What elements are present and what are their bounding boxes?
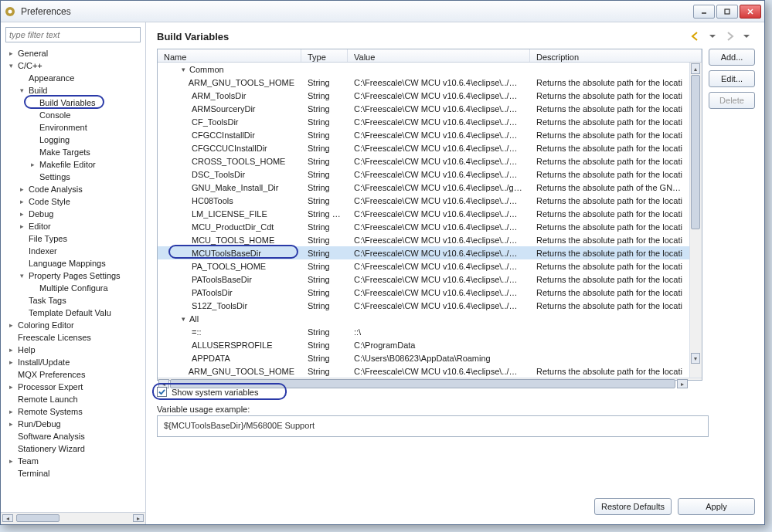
chevron-right-icon[interactable]: ▸ (18, 222, 26, 230)
table-body[interactable]: ▾CommonARM_GNU_TOOLS_HOMEStringC:\Freesc… (158, 63, 689, 378)
table-row[interactable]: LM_LICENSE_FILEString ListC:\Freescale\C… (158, 207, 689, 220)
tree-item[interactable]: ▸Debug (18, 208, 144, 220)
scroll-thumb[interactable] (16, 514, 60, 522)
nav-fwd-icon[interactable] (723, 30, 736, 42)
chevron-right-icon[interactable]: ▸ (7, 457, 15, 465)
tree-item[interactable]: Multiple Configura (29, 282, 144, 294)
show-system-checkbox[interactable] (157, 387, 167, 397)
tree-item[interactable]: ▾Build (18, 84, 144, 97)
vscroll-thumb[interactable] (691, 75, 700, 229)
tree-item[interactable]: Logging (29, 134, 144, 146)
tree-item[interactable]: Task Tags (18, 294, 144, 307)
nav-fwd-menu-icon[interactable] (740, 30, 753, 42)
nav-back-menu-icon[interactable] (706, 30, 719, 42)
tree-item[interactable]: ▸Coloring Editor (7, 319, 144, 331)
table-row[interactable]: CFGCCInstallDirStringC:\Freescale\CW MCU… (158, 128, 689, 141)
table-row[interactable]: ARM_ToolsDirStringC:\Freescale\CW MCU v1… (158, 89, 689, 102)
tree-item[interactable]: Indexer (18, 245, 144, 257)
tree-item[interactable]: ▸General (7, 47, 144, 59)
tree-item[interactable]: ▸Run/Debug (7, 418, 144, 430)
table-row[interactable]: GNU_Make_Install_DirStringC:\Freescale\C… (158, 181, 689, 194)
tree-item[interactable]: ▾Property Pages Settings (18, 269, 144, 282)
table-row[interactable]: ARM_GNU_TOOLS_HOMEStringC:\Freescale\CW … (158, 76, 689, 89)
tree-item[interactable]: Template Default Valu (18, 307, 144, 319)
close-button[interactable] (740, 5, 761, 19)
chevron-right-icon[interactable]: ▸ (7, 420, 15, 428)
chevron-right-icon[interactable]: ▸ (7, 383, 15, 391)
chevron-right-icon[interactable]: ▸ (7, 358, 15, 366)
table-row[interactable]: CROSS_TOOLS_HOMEStringC:\Freescale\CW MC… (158, 154, 689, 168)
col-type[interactable]: Type (301, 49, 348, 62)
tree-item[interactable]: Remote Launch (7, 393, 144, 405)
col-value[interactable]: Value (348, 49, 530, 62)
chevron-right-icon[interactable]: ▸ (7, 321, 15, 329)
chevron-down-icon[interactable]: ▾ (179, 66, 188, 73)
chevron-right-icon[interactable]: ▸ (18, 210, 26, 218)
table-row[interactable]: PAToolsDirStringC:\Freescale\CW MCU v10.… (158, 286, 689, 299)
minimize-button[interactable] (693, 5, 715, 19)
tree-item[interactable]: ▸Remote Systems (7, 405, 144, 418)
tree-item[interactable]: ▸Processor Expert (7, 381, 144, 393)
restore-defaults-button[interactable]: Restore Defaults (594, 498, 672, 515)
table-row[interactable]: CFGCCUCInstallDirStringC:\Freescale\CW M… (158, 141, 689, 154)
nav-back-icon[interactable] (689, 30, 702, 42)
tree-item[interactable]: Console (29, 109, 144, 121)
chevron-down-icon[interactable]: ▾ (179, 315, 188, 323)
apply-button[interactable]: Apply (678, 498, 755, 515)
scroll-right-icon[interactable]: ▸ (133, 514, 144, 522)
tree-item[interactable]: ▸Team (7, 455, 144, 467)
tree-item[interactable]: ▸Code Analysis (18, 183, 144, 195)
titlebar[interactable]: Preferences (1, 1, 764, 22)
tree-item[interactable]: ▸Code Style (18, 195, 144, 208)
table-row[interactable]: APPDATAStringC:\Users\B08623\AppData\Roa… (158, 351, 689, 364)
chevron-right-icon[interactable]: ▸ (7, 49, 15, 57)
tree-item[interactable]: ▸Install/Update (7, 356, 144, 368)
col-name[interactable]: Name (158, 49, 301, 62)
table-row[interactable]: PA_TOOLS_HOMEStringC:\Freescale\CW MCU v… (158, 259, 689, 273)
chevron-down-icon[interactable]: ▾ (18, 86, 26, 94)
table-row[interactable]: MCU_ProductDir_CdtStringC:\Freescale\CW … (158, 220, 689, 233)
chevron-right-icon[interactable]: ▸ (7, 346, 15, 354)
tree-item[interactable]: File Types (18, 232, 144, 245)
maximize-button[interactable] (716, 5, 738, 19)
edit-button[interactable]: Edit... (709, 70, 755, 87)
tree-item[interactable]: Environment (29, 121, 144, 134)
table-row[interactable]: ARMSourceryDirStringC:\Freescale\CW MCU … (158, 102, 689, 115)
add-button[interactable]: Add... (709, 49, 755, 66)
tree-item[interactable]: Build Variables (29, 97, 144, 109)
category-tree[interactable]: ▸General▾C/C++Appearance▾BuildBuild Vari… (1, 47, 145, 512)
table-hscrollbar[interactable]: ◂ ▸ (158, 378, 702, 380)
sidebar-hscrollbar[interactable]: ◂ ▸ (1, 512, 145, 524)
tree-item[interactable]: Terminal (7, 467, 144, 479)
col-desc[interactable]: Description (530, 49, 702, 62)
scroll-down-icon[interactable]: ▾ (691, 353, 700, 364)
table-row[interactable]: S12Z_ToolsDirStringC:\Freescale\CW MCU v… (158, 299, 689, 312)
tree-item[interactable]: Stationery Wizard (7, 442, 144, 455)
chevron-down-icon[interactable]: ▾ (7, 62, 15, 69)
table-row[interactable]: ALLUSERSPROFILEStringC:\ProgramData (158, 338, 689, 351)
table-group-row[interactable]: ▾All (158, 312, 689, 325)
table-row[interactable]: ARM_GNU_TOOLS_HOMEStringC:\Freescale\CW … (158, 364, 689, 378)
table-row[interactable]: MCU_TOOLS_HOMEStringC:\Freescale\CW MCU … (158, 233, 689, 246)
table-row[interactable]: HC08ToolsStringC:\Freescale\CW MCU v10.6… (158, 194, 689, 207)
scroll-up-icon[interactable]: ▴ (691, 63, 700, 74)
table-row[interactable]: =::String::\ (158, 325, 689, 338)
chevron-right-icon[interactable]: ▸ (18, 198, 26, 205)
delete-button[interactable]: Delete (709, 92, 755, 109)
tree-item[interactable]: Make Targets (29, 146, 144, 158)
table-row[interactable]: MCUToolsBaseDirStringC:\Freescale\CW MCU… (158, 246, 689, 259)
table-row[interactable]: CF_ToolsDirStringC:\Freescale\CW MCU v10… (158, 115, 689, 128)
scroll-left-icon[interactable]: ◂ (2, 514, 13, 522)
table-row[interactable]: PAToolsBaseDirStringC:\Freescale\CW MCU … (158, 273, 689, 286)
chevron-right-icon[interactable]: ▸ (29, 161, 36, 168)
tree-item[interactable]: Freescale Licenses (7, 331, 144, 344)
chevron-right-icon[interactable]: ▸ (7, 408, 15, 415)
chevron-down-icon[interactable]: ▾ (18, 272, 26, 280)
tree-item[interactable]: Software Analysis (7, 430, 144, 442)
tree-item[interactable]: Appearance (18, 72, 144, 84)
table-group-row[interactable]: ▾Common (158, 63, 689, 76)
table-vscrollbar[interactable]: ▴ ▾ (689, 63, 702, 378)
tree-item[interactable]: ▸Makefile Editor (29, 158, 144, 171)
filter-input[interactable] (5, 27, 141, 42)
tree-item[interactable]: ▸Help (7, 344, 144, 356)
